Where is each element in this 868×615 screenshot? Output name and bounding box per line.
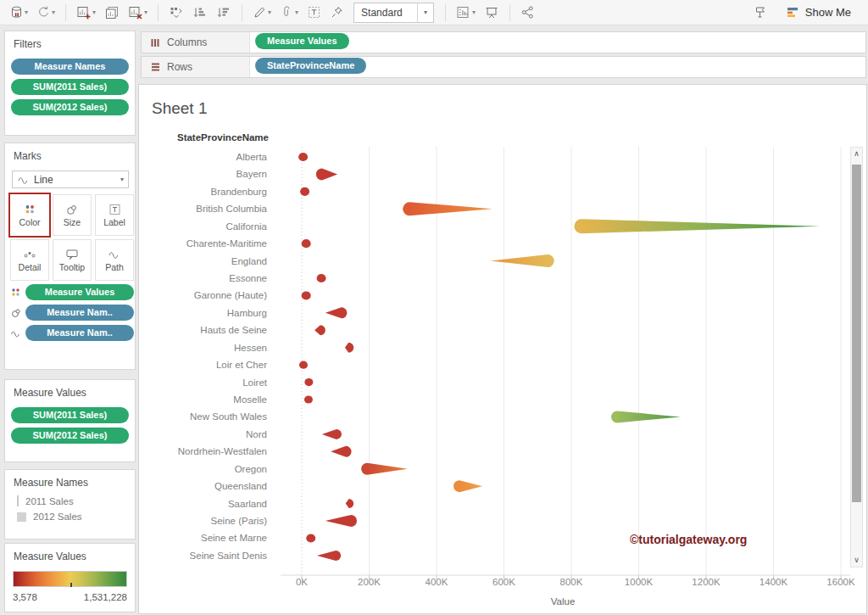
chart-mark[interactable] <box>304 378 313 386</box>
pill-stateprovincename[interactable]: StateProvinceName <box>255 58 366 74</box>
sort-descending-icon[interactable] <box>214 2 234 24</box>
pill-sum-2011-sales-[interactable]: SUM(2011 Sales) <box>11 79 129 95</box>
row-label[interactable]: Hauts de Seine <box>200 321 267 338</box>
chart-mark[interactable] <box>299 361 308 369</box>
pill-sum-2012-sales-[interactable]: SUM(2012 Sales) <box>11 428 129 444</box>
row-label[interactable]: New South Wales <box>190 408 267 425</box>
chart-mark[interactable] <box>331 446 351 457</box>
legend-item[interactable]: 2012 Sales <box>5 509 135 524</box>
row-label[interactable]: California <box>225 218 267 235</box>
chart-mark[interactable] <box>346 499 353 508</box>
pill-measure-names[interactable]: Measure Nam.. <box>25 325 134 341</box>
vertical-scrollbar[interactable]: ∧ ∨ <box>850 147 863 567</box>
group-members-icon[interactable]: ▾ <box>277 2 301 24</box>
chart-mark[interactable] <box>316 168 337 180</box>
show-me-button[interactable]: Show Me <box>786 5 851 20</box>
text-label-icon[interactable] <box>304 2 324 24</box>
color-button[interactable]: Color <box>10 194 49 236</box>
pill-measure-values[interactable]: Measure Values <box>25 284 134 300</box>
data-source-icon[interactable]: ▾ <box>7 2 31 24</box>
chart-plot-area[interactable] <box>281 145 850 581</box>
scroll-up-icon[interactable]: ∧ <box>851 148 862 159</box>
presentation-mode-icon[interactable] <box>481 2 502 24</box>
swap-rows-columns-icon[interactable] <box>166 2 186 24</box>
chart-mark[interactable] <box>403 202 492 215</box>
rows-shelf[interactable]: Rows StateProvinceName <box>141 56 866 78</box>
row-label[interactable]: Brandenburg <box>211 183 268 200</box>
row-label[interactable]: Hamburg <box>227 305 267 321</box>
row-label[interactable]: Loir et Cher <box>216 356 267 373</box>
sort-ascending-icon[interactable] <box>190 2 210 24</box>
row-label[interactable]: Seine et Marne <box>201 529 267 546</box>
chart-mark[interactable] <box>306 534 315 542</box>
marks-pill-row: Measure Values <box>10 284 134 300</box>
chart-mark[interactable] <box>298 153 308 161</box>
chart-mark[interactable] <box>326 515 357 527</box>
refresh-icon[interactable]: ▾ <box>34 2 58 24</box>
chart-mark[interactable] <box>322 429 342 439</box>
columns-shelf[interactable]: Columns Measure Values <box>141 31 866 53</box>
tooltip-icon[interactable] <box>749 2 771 24</box>
row-label[interactable]: Saarland <box>228 495 267 512</box>
row-label[interactable]: Oregon <box>235 461 267 478</box>
measure-values-pill-list: SUM(2011 Sales)SUM(2012 Sales) <box>5 407 135 444</box>
row-label[interactable]: Loiret <box>242 374 267 391</box>
chart-mark[interactable] <box>611 411 681 422</box>
tooltip-button[interactable]: Tooltip <box>53 239 92 281</box>
pill-sum-2012-sales-[interactable]: SUM(2012 Sales) <box>11 99 129 115</box>
row-label[interactable]: Moselle <box>233 391 267 408</box>
fit-selector[interactable]: Standard ▾ <box>353 3 434 23</box>
pill-measure-names[interactable]: Measure Nam.. <box>25 305 134 321</box>
detail-button[interactable]: Detail <box>10 239 49 281</box>
chart-mark[interactable] <box>300 187 309 196</box>
chevron-down-icon: ▾ <box>120 176 128 183</box>
size-button[interactable]: Size <box>53 194 92 236</box>
chart-mark[interactable] <box>302 291 311 299</box>
chart-mark[interactable] <box>453 480 482 492</box>
chart-mark[interactable] <box>345 343 353 353</box>
mark-type-dropdown[interactable]: Line ▾ <box>12 171 129 188</box>
scroll-down-icon[interactable]: ∨ <box>851 555 862 566</box>
scrollbar-thumb[interactable] <box>852 165 861 502</box>
row-label[interactable]: Alberta <box>236 148 267 165</box>
row-label[interactable]: Charente-Maritime <box>186 235 267 252</box>
row-field-header[interactable]: StateProvinceName <box>139 132 269 143</box>
chart-mark[interactable] <box>574 219 820 233</box>
color-gradient[interactable] <box>13 571 127 587</box>
chart-mark[interactable] <box>314 325 326 335</box>
row-label[interactable]: Nord <box>246 426 267 443</box>
pill-measure-names[interactable]: Measure Names <box>11 59 129 75</box>
show-mark-labels-icon[interactable]: ▾ <box>453 2 478 24</box>
row-label[interactable]: Bayern <box>236 165 267 182</box>
chart-mark[interactable] <box>317 551 341 561</box>
clear-sheet-icon[interactable]: ▾ <box>125 2 150 24</box>
pin-icon[interactable] <box>327 2 347 24</box>
chart-mark[interactable] <box>317 274 326 282</box>
chevron-down-icon[interactable]: ▾ <box>417 3 433 22</box>
row-label[interactable]: Essonne <box>229 270 267 287</box>
row-label[interactable]: Hessen <box>234 339 267 356</box>
path-button[interactable]: Path <box>95 239 134 281</box>
x-axis-tick: 1200K <box>692 577 720 587</box>
pill-measure-values[interactable]: Measure Values <box>255 33 349 49</box>
legend-item[interactable]: 2011 Sales <box>5 493 135 509</box>
duplicate-sheet-icon[interactable] <box>102 2 122 24</box>
row-label[interactable]: Nordrhein-Westfalen <box>178 443 267 460</box>
highlight-icon[interactable]: ▾ <box>250 2 274 24</box>
pill-sum-2011-sales-[interactable]: SUM(2011 Sales) <box>11 407 129 423</box>
row-label[interactable]: Garonne (Haute) <box>194 287 267 304</box>
new-worksheet-icon[interactable]: ▾ <box>74 2 98 24</box>
row-label[interactable]: Seine (Paris) <box>211 512 267 529</box>
chart-mark[interactable] <box>361 463 408 475</box>
row-label[interactable]: England <box>231 253 267 270</box>
row-label[interactable]: Seine Saint Denis <box>190 547 267 564</box>
chart-mark[interactable] <box>491 254 554 267</box>
row-label[interactable]: Queensland <box>214 478 267 495</box>
share-icon[interactable] <box>518 2 537 24</box>
label-button[interactable]: Label <box>95 194 134 236</box>
measure-names-title: Measure Names <box>5 470 135 493</box>
row-label[interactable]: British Columbia <box>196 200 267 217</box>
chart-mark[interactable] <box>304 395 313 403</box>
chart-mark[interactable] <box>302 239 311 248</box>
chart-mark[interactable] <box>326 307 348 318</box>
